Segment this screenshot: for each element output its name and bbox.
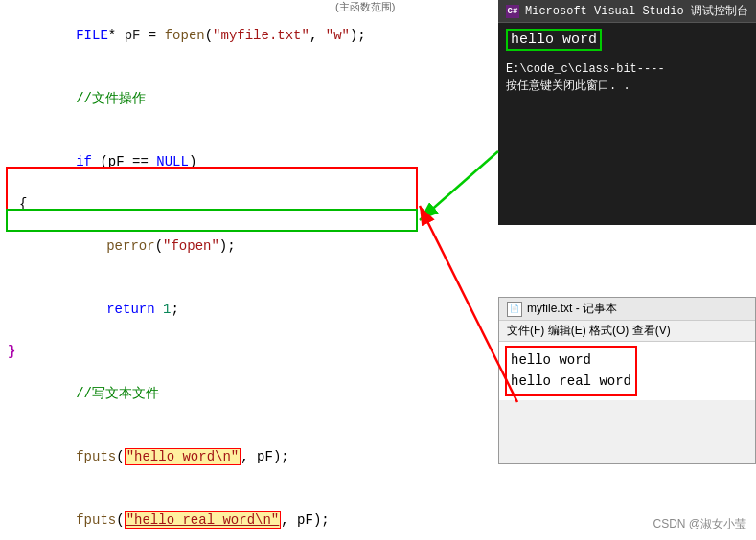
code-line-3: if (pF == NULL) [0, 130, 498, 193]
watermark: CSDN @淑女小莹 [653, 516, 746, 532]
vs-icon: C# [506, 5, 519, 18]
console-body: hello word E:\code_c\class-bit---- 按任意键关… [498, 23, 756, 101]
code-line-10: fputs("hello real word\n", pF); [0, 488, 498, 540]
notepad-line2: hello real word [511, 371, 631, 392]
code-line-6: return 1; [0, 278, 498, 341]
console-path-line2: 按任意键关闭此窗口. . [506, 78, 748, 95]
code-line-1: FILE* pF = fopen("myfile.txt", "w"); [0, 4, 498, 67]
notepad-panel: 📄 myfile.txt - 记事本 文件(F) 编辑(E) 格式(O) 查看(… [498, 297, 756, 464]
notepad-line1: hello word [511, 349, 631, 371]
console-hello-word: hello word [506, 29, 602, 51]
console-title-text: Microsoft Visual Studio 调试控制台 [525, 3, 748, 19]
notepad-title: myfile.txt - 记事本 [527, 301, 617, 317]
code-line-2: //文件操作 [0, 67, 498, 130]
code-line-5: perror("fopen"); [0, 214, 498, 278]
console-titlebar: C# Microsoft Visual Studio 调试控制台 [498, 0, 756, 23]
notepad-body: hello word hello real word [499, 342, 755, 400]
code-line-8: //写文本文件 [0, 362, 498, 425]
notepad-content: hello word hello real word [505, 346, 637, 396]
notepad-icon: 📄 [507, 302, 522, 317]
console-panel: C# Microsoft Visual Studio 调试控制台 hello w… [498, 0, 756, 225]
console-path-line1: E:\code_c\class-bit---- [506, 60, 748, 78]
code-line-7: } [0, 341, 498, 362]
notepad-menubar: 文件(F) 编辑(E) 格式(O) 查看(V) [499, 321, 755, 342]
notepad-titlebar: 📄 myfile.txt - 记事本 [499, 298, 755, 321]
code-line-9: fputs("hello word\n", pF); [0, 425, 498, 488]
scroll-indicator: (主函数范围) [335, 0, 395, 14]
code-line-4: { [0, 193, 498, 214]
code-editor: (主函数范围) FILE* pF = fopen("myfile.txt", "… [0, 0, 498, 540]
